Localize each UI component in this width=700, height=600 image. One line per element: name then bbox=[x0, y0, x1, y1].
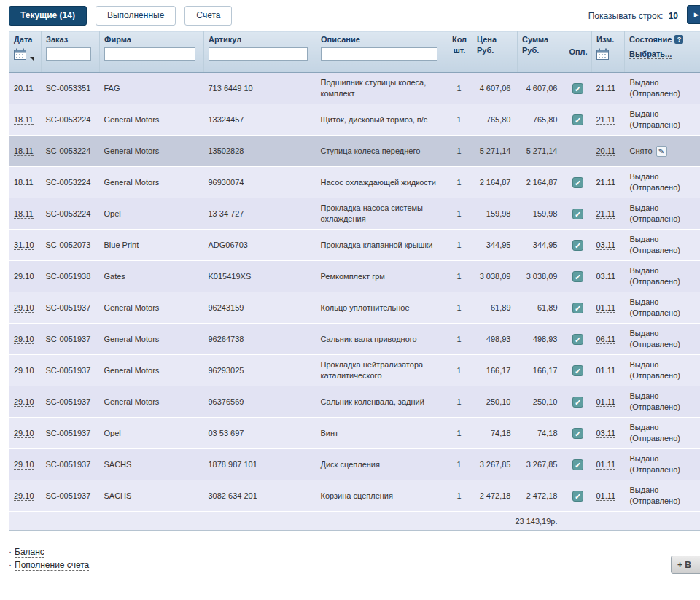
firm-name: General Motors bbox=[100, 104, 204, 136]
status-text: Выдано bbox=[630, 329, 659, 338]
order-number: SC-0051937 bbox=[42, 355, 100, 386]
status-text-2: (Отправлено) bbox=[630, 88, 700, 99]
order-date-link[interactable]: 29.10 bbox=[14, 460, 34, 470]
order-date-link[interactable]: 29.10 bbox=[14, 335, 34, 344]
firm-filter-input[interactable] bbox=[104, 47, 195, 61]
status-text: Выдано bbox=[630, 297, 659, 306]
changed-date-link[interactable]: 21.11 bbox=[596, 178, 616, 187]
article-number: 13 34 727 bbox=[204, 198, 316, 230]
paid-checkbox[interactable]: ✓ bbox=[572, 365, 583, 376]
paid-checkbox[interactable]: ✓ bbox=[572, 271, 583, 282]
status-text: Выдано bbox=[630, 360, 659, 369]
date-header-label[interactable]: Дата bbox=[14, 35, 37, 44]
paid-checkbox[interactable]: ✓ bbox=[572, 334, 583, 345]
tab-completed[interactable]: Выполненные bbox=[96, 6, 176, 26]
changed-date-link[interactable]: 01.11 bbox=[596, 460, 616, 470]
order-date-link[interactable]: 18.11 bbox=[14, 147, 34, 156]
paid-checkbox[interactable]: ✓ bbox=[572, 177, 583, 188]
firm-name: General Motors bbox=[100, 386, 204, 418]
status-text-2: (Отправлено) bbox=[630, 214, 700, 225]
description-filter-input[interactable] bbox=[321, 47, 438, 61]
quantity: 1 bbox=[446, 167, 472, 198]
paid-checkbox[interactable]: ✓ bbox=[572, 303, 583, 313]
part-description: Прокладка нейтрализатора каталитического bbox=[316, 355, 446, 386]
paid-checkbox[interactable]: ✓ bbox=[572, 114, 583, 125]
article-number: 3082 634 201 bbox=[204, 480, 316, 512]
order-number: SC-0051937 bbox=[42, 480, 100, 512]
firm-name: SACHS bbox=[100, 449, 204, 480]
part-description: Щиток, дисковый тормоз, п/с bbox=[316, 104, 446, 136]
status-text: Выдано bbox=[630, 423, 659, 432]
paid-checkbox[interactable]: ✓ bbox=[572, 83, 583, 94]
col-header-paid: Опл. bbox=[564, 31, 592, 73]
changed-date-link[interactable]: 20.11 bbox=[596, 147, 616, 156]
changed-date-link[interactable]: 03.11 bbox=[596, 429, 616, 438]
changed-date-link[interactable]: 01.11 bbox=[596, 303, 616, 313]
article-header-label[interactable]: Артикул bbox=[209, 35, 312, 44]
sum-value: 2 472,18 bbox=[518, 480, 564, 512]
tab-current[interactable]: Текущие (14) bbox=[9, 6, 87, 26]
rows-apply-button[interactable]: ▸ bbox=[687, 5, 700, 24]
edit-status-icon[interactable]: ✎ bbox=[656, 146, 667, 157]
changed-calendar-icon[interactable] bbox=[596, 48, 609, 60]
paid-checkbox[interactable]: ✓ bbox=[572, 240, 583, 251]
tab-invoices[interactable]: Счета bbox=[184, 6, 232, 26]
status-help-icon[interactable]: ? bbox=[674, 35, 683, 44]
table-row: 18.11 SC-0053224 General Motors 13502828… bbox=[9, 136, 700, 167]
paid-dash: --- bbox=[574, 147, 582, 155]
table-row: 29.10 SC-0051937 Opel 03 53 697 Винт 1 7… bbox=[9, 418, 700, 449]
balance-link[interactable]: Баланс bbox=[15, 547, 44, 558]
changed-date-link[interactable]: 21.11 bbox=[596, 115, 616, 125]
order-number: SC-0051937 bbox=[42, 324, 100, 355]
paid-checkbox[interactable]: ✓ bbox=[572, 397, 583, 408]
quantity: 1 bbox=[446, 449, 472, 480]
paid-checkbox[interactable]: ✓ bbox=[572, 491, 583, 502]
paid-checkbox[interactable]: ✓ bbox=[572, 459, 583, 470]
article-number: 96930074 bbox=[204, 167, 316, 198]
orders-table: Дата Заказ bbox=[9, 31, 700, 531]
order-header-label[interactable]: Заказ bbox=[46, 35, 96, 44]
sum-value: 74,18 bbox=[518, 418, 564, 449]
corner-action-button[interactable]: + В bbox=[671, 556, 700, 574]
changed-date-link[interactable]: 03.11 bbox=[596, 241, 616, 250]
quantity: 1 bbox=[446, 292, 472, 324]
date-calendar-icon[interactable] bbox=[14, 48, 26, 60]
order-date-link[interactable]: 18.11 bbox=[14, 178, 34, 187]
status-text: Выдано bbox=[630, 266, 659, 275]
total-sum: 23 143,19р. bbox=[9, 512, 564, 531]
order-date-link[interactable]: 29.10 bbox=[14, 272, 34, 281]
part-description: Кольцо уплотнительное bbox=[316, 292, 446, 324]
changed-date-link[interactable]: 01.11 bbox=[596, 366, 616, 375]
order-date-link[interactable]: 29.10 bbox=[14, 303, 34, 313]
changed-date-link[interactable]: 21.11 bbox=[596, 84, 616, 93]
table-row: 29.10 SC-0051937 General Motors 96376569… bbox=[9, 386, 700, 418]
quantity: 1 bbox=[446, 418, 472, 449]
changed-date-link[interactable]: 01.11 bbox=[596, 397, 616, 407]
topup-link[interactable]: Пополнение счета bbox=[15, 560, 89, 571]
paid-checkbox[interactable]: ✓ bbox=[572, 209, 583, 219]
paid-checkbox[interactable]: ✓ bbox=[572, 428, 583, 439]
order-date-link[interactable]: 29.10 bbox=[14, 491, 34, 501]
order-date-link[interactable]: 31.10 bbox=[14, 241, 34, 250]
description-header-label[interactable]: Описание bbox=[321, 35, 442, 44]
rows-per-page-value[interactable]: 10 bbox=[669, 11, 678, 21]
order-date-link[interactable]: 20.11 bbox=[14, 84, 34, 93]
order-date-link[interactable]: 29.10 bbox=[14, 429, 34, 438]
changed-date-link[interactable]: 01.11 bbox=[596, 491, 616, 501]
col-header-order: Заказ bbox=[42, 31, 100, 73]
order-date-link[interactable]: 29.10 bbox=[14, 366, 34, 375]
order-date-link[interactable]: 18.11 bbox=[14, 115, 34, 125]
status-select-link[interactable]: Выбрать... bbox=[629, 50, 672, 59]
status-cell: Выдано✎ (Отправлено) bbox=[625, 386, 700, 418]
changed-date-link[interactable]: 06.11 bbox=[596, 335, 616, 344]
order-filter-input[interactable] bbox=[46, 47, 91, 61]
changed-date-link[interactable]: 21.11 bbox=[596, 209, 616, 219]
changed-date-link[interactable]: 03.11 bbox=[596, 272, 616, 281]
order-date-link[interactable]: 18.11 bbox=[14, 209, 34, 219]
firm-header-label[interactable]: Фирма bbox=[104, 35, 200, 44]
part-description: Подшипник ступицы колеса, комплект bbox=[316, 73, 446, 104]
order-number: SC-0051937 bbox=[42, 386, 100, 418]
status-text-2: (Отправлено) bbox=[630, 433, 700, 444]
article-filter-input[interactable] bbox=[209, 47, 308, 61]
order-date-link[interactable]: 29.10 bbox=[14, 397, 34, 407]
